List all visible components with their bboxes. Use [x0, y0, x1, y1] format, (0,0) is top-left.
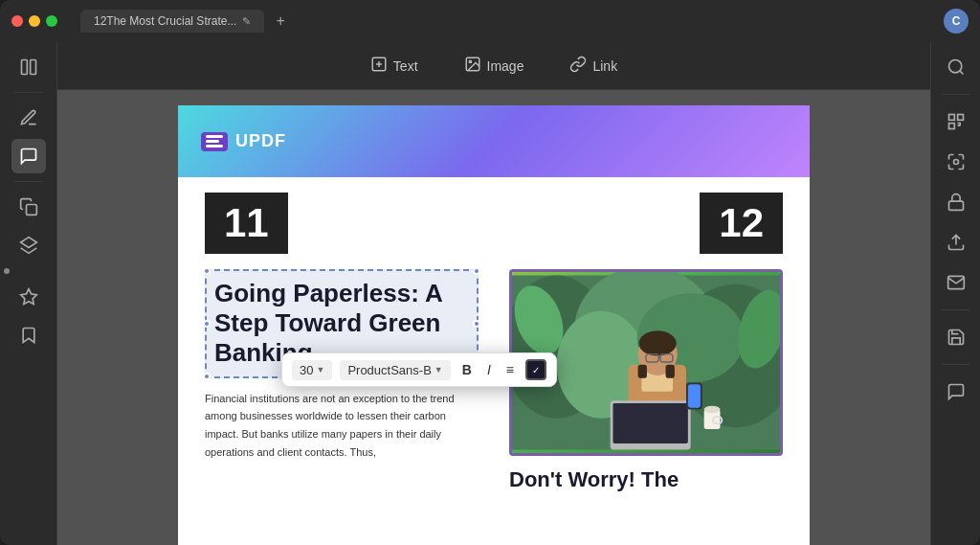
right-sidebar-ocr[interactable]: [939, 104, 973, 139]
wave-3: [206, 145, 223, 148]
text-icon: [370, 56, 388, 77]
page-number-section: 11 12: [178, 177, 810, 261]
sidebar-icon-copy[interactable]: [11, 190, 46, 224]
updf-logo-waves: [206, 135, 223, 148]
toolbar-text-button[interactable]: Text: [363, 52, 426, 80]
sidebar-icon-layers[interactable]: [11, 228, 46, 262]
updf-brand-text: UPDF: [235, 131, 286, 151]
sidebar-divider-2: [14, 181, 43, 182]
svg-point-27: [704, 406, 721, 413]
svg-rect-1: [30, 60, 35, 75]
svg-rect-20: [666, 365, 675, 378]
link-label: Link: [592, 58, 617, 74]
tab-item[interactable]: 12The Most Crucial Strate... ✎: [80, 10, 264, 33]
user-avatar[interactable]: C: [944, 9, 969, 34]
text-label: Text: [393, 58, 418, 74]
handle-bl[interactable]: [203, 373, 211, 380]
doc-page: UPDF 11 12 30 ▼ ProductSans-B ▼: [178, 105, 810, 545]
page-num-left: 11: [205, 193, 288, 254]
font-size-arrow-icon: ▼: [316, 365, 324, 375]
svg-point-6: [469, 60, 471, 62]
sidebar-icon-bookmark[interactable]: [11, 318, 46, 352]
right-sidebar-upload[interactable]: [939, 225, 973, 260]
right-sidebar-divider-1: [942, 94, 970, 95]
right-sidebar-chat[interactable]: [939, 375, 973, 409]
tab-title: 12The Most Crucial Strate...: [94, 14, 236, 28]
sidebar-icon-annotate[interactable]: [11, 139, 46, 173]
svg-rect-33: [948, 115, 954, 121]
bold-button[interactable]: B: [458, 360, 476, 379]
page-header: UPDF: [178, 105, 810, 177]
right-sidebar: [930, 42, 980, 545]
color-picker-button[interactable]: ✓: [525, 359, 546, 380]
toolbar-image-button[interactable]: Image: [457, 52, 532, 80]
doc-area[interactable]: UPDF 11 12 30 ▼ ProductSans-B ▼: [57, 90, 930, 545]
right-sidebar-divider-3: [942, 364, 970, 365]
top-toolbar: Text Image: [57, 42, 930, 90]
svg-rect-25: [612, 403, 687, 443]
updf-logo: UPDF: [201, 131, 286, 151]
close-button[interactable]: [11, 15, 23, 27]
right-sidebar-lock[interactable]: [939, 185, 973, 219]
svg-line-32: [959, 71, 963, 75]
svg-rect-30: [688, 384, 701, 407]
font-size-selector[interactable]: 30 ▼: [292, 360, 332, 380]
page-num-right: 12: [700, 193, 783, 254]
svg-rect-0: [21, 60, 27, 75]
handle-mr[interactable]: [473, 320, 480, 328]
svg-marker-3: [20, 238, 36, 248]
font-name-arrow-icon: ▼: [434, 365, 443, 375]
toolbar-link-button[interactable]: Link: [562, 52, 625, 80]
dont-worry-heading: Don't Worry! The: [509, 456, 783, 492]
titlebar: 12The Most Crucial Strate... ✎ + C: [0, 0, 980, 42]
left-sidebar: [0, 42, 57, 545]
svg-rect-37: [948, 201, 963, 210]
font-name-value: ProductSans-B: [347, 363, 431, 377]
image-label: Image: [487, 58, 524, 74]
link-icon: [569, 56, 587, 77]
right-sidebar-search[interactable]: [939, 50, 973, 84]
italic-button[interactable]: I: [483, 360, 495, 379]
image-icon: [464, 56, 481, 77]
svg-rect-19: [638, 365, 647, 378]
svg-point-18: [639, 330, 677, 355]
sidebar-icon-book[interactable]: [11, 50, 46, 84]
text-edit-toolbar: 30 ▼ ProductSans-B ▼ B I ≡ ✓: [281, 352, 557, 387]
handle-ml[interactable]: [203, 320, 211, 328]
svg-point-31: [948, 60, 961, 73]
main-layout: Text Image: [0, 42, 980, 545]
right-sidebar-divider-2: [942, 309, 970, 310]
sidebar-divider-1: [14, 92, 43, 93]
svg-rect-34: [957, 115, 963, 121]
handle-tr[interactable]: [473, 267, 480, 275]
right-sidebar-scan[interactable]: [939, 145, 973, 179]
svg-rect-35: [948, 124, 954, 129]
minimize-button[interactable]: [29, 15, 40, 27]
color-check-icon: ✓: [532, 365, 540, 375]
svg-rect-2: [26, 205, 36, 216]
handle-tl[interactable]: [203, 267, 211, 275]
maximize-button[interactable]: [46, 15, 57, 27]
updf-logo-icon: [201, 132, 228, 151]
wave-1: [206, 135, 223, 138]
wave-2: [206, 140, 219, 143]
body-text: Financial institutions are not an except…: [205, 378, 479, 462]
font-name-selector[interactable]: ProductSans-B ▼: [340, 360, 450, 380]
sidebar-icon-edit[interactable]: [11, 101, 46, 135]
align-button[interactable]: ≡: [502, 360, 518, 379]
right-sidebar-mail[interactable]: [939, 265, 973, 300]
font-size-value: 30: [300, 363, 313, 377]
sidebar-icon-star[interactable]: [11, 280, 46, 314]
edit-tab-icon[interactable]: ✎: [242, 15, 251, 28]
add-tab-button[interactable]: +: [272, 12, 288, 30]
svg-point-36: [953, 160, 958, 165]
traffic-lights: [11, 15, 57, 27]
sidebar-dot: [4, 268, 10, 274]
right-sidebar-save[interactable]: [939, 320, 973, 354]
center-content: Text Image: [57, 42, 930, 545]
tab-bar: 12The Most Crucial Strate... ✎ +: [80, 10, 936, 33]
